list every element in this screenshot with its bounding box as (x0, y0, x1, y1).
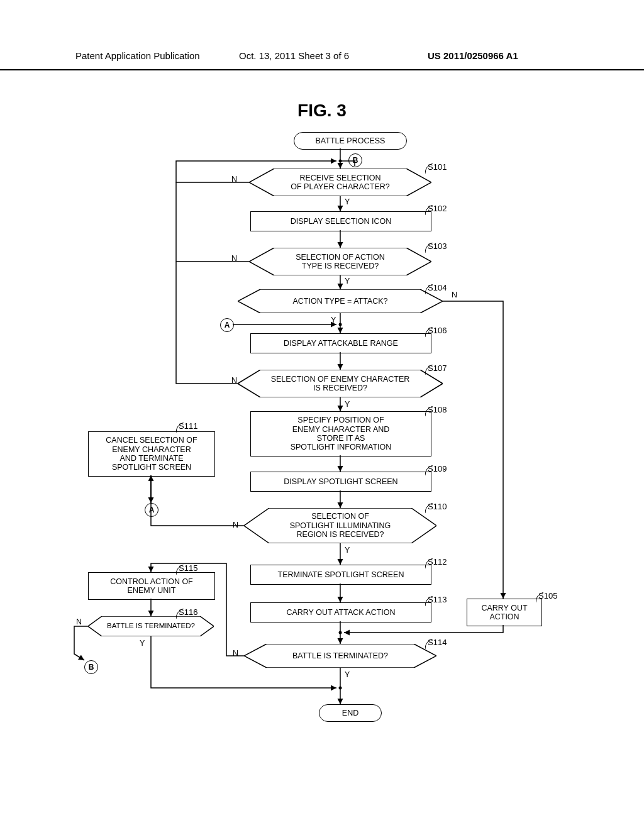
y-s104: Y (331, 316, 336, 324)
leader-s109 (425, 465, 435, 475)
leader-s106 (425, 327, 435, 337)
leader-s108 (425, 406, 435, 416)
decision-s107-text: SELECTION OF ENEMY CHARACTER IS RECEIVED… (238, 370, 443, 397)
connector-b-in: B (348, 153, 362, 167)
connector-a-in: A (220, 318, 234, 332)
leader-s116 (176, 609, 186, 619)
process-s115: CONTROL ACTION OF ENEMY UNIT (88, 572, 215, 600)
svg-point-27 (339, 631, 342, 634)
terminator-start: BATTLE PROCESS (294, 132, 407, 150)
n-s116: N (76, 617, 82, 626)
leader-s101 (425, 163, 435, 174)
leader-s110 (425, 503, 435, 513)
decision-s114-text: BATTLE IS TERMINATED? (244, 644, 436, 668)
leader-s115 (176, 565, 186, 575)
y-s101: Y (345, 197, 350, 206)
leader-s111 (176, 423, 186, 433)
leader-s105 (536, 592, 546, 602)
decision-s104-text: ACTION TYPE = ATTACK? (238, 289, 443, 313)
connector-a-out: A (145, 503, 158, 517)
process-s109: DISPLAY SPOTLIGHT SCREEN (250, 472, 431, 492)
process-s111: CANCEL SELECTION OF ENEMY CHARACTER AND … (88, 431, 215, 477)
leader-s103 (425, 243, 435, 253)
svg-point-29 (339, 687, 342, 690)
leader-s107 (425, 365, 435, 375)
page-header: Patent Application Publication Oct. 13, … (0, 50, 644, 70)
page: Patent Application Publication Oct. 13, … (0, 0, 644, 830)
y-s110: Y (345, 546, 350, 555)
terminator-start-label: BATTLE PROCESS (316, 136, 386, 145)
decision-s103-text: SELECTION OF ACTION TYPE IS RECEIVED? (249, 248, 431, 275)
process-s106: DISPLAY ATTACKABLE RANGE (250, 333, 431, 353)
leader-s113 (425, 596, 435, 606)
connector-b-out: B (84, 660, 98, 674)
process-s102: DISPLAY SELECTION ICON (250, 211, 431, 231)
n-s114: N (233, 649, 238, 658)
decision-s110-text: SELECTION OF SPOTLIGHT ILLUMINATING REGI… (244, 508, 436, 543)
n-s104: N (452, 290, 457, 299)
figure-title: FIG. 3 (0, 101, 644, 121)
process-s105: CARRY OUT ACTION (467, 599, 542, 626)
process-s113: CARRY OUT ATTACK ACTION (250, 602, 431, 622)
y-s114: Y (345, 670, 350, 679)
process-s112: TERMINATE SPOTLIGHT SCREEN (250, 565, 431, 585)
leader-s114 (425, 639, 435, 649)
n-s110: N (233, 521, 238, 529)
y-s103: Y (345, 277, 350, 285)
n-s107: N (231, 376, 237, 385)
terminator-end: END (319, 704, 382, 722)
decision-s101-text: RECEIVE SELECTION OF PLAYER CHARACTER? (249, 169, 431, 196)
terminator-end-label: END (342, 709, 358, 717)
decision-s116-text: BATTLE IS TERMINATED? (88, 616, 214, 636)
svg-point-11 (339, 160, 342, 163)
process-s108: SPECIFY POSITION OF ENEMY CHARACTER AND … (250, 411, 431, 456)
leader-s112 (425, 558, 435, 568)
header-right: US 2011/0250966 A1 (428, 50, 518, 61)
y-s116: Y (140, 639, 145, 648)
svg-point-17 (339, 323, 342, 326)
header-left: Patent Application Publication (75, 50, 200, 61)
leader-s104 (425, 284, 435, 294)
leader-s102 (425, 205, 435, 215)
n-s103: N (231, 254, 237, 263)
y-s107: Y (345, 400, 350, 409)
header-mid: Oct. 13, 2011 Sheet 3 of 6 (239, 50, 349, 61)
n-s101: N (231, 175, 237, 184)
